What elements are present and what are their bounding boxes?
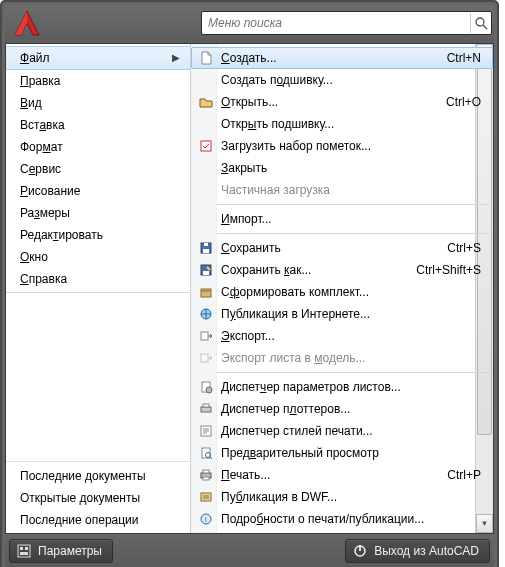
submenu-item-label: Публикация в Интернете...	[221, 307, 487, 321]
menu-item-label: Формат	[20, 139, 63, 155]
menu-item-label: Размеры	[20, 205, 70, 221]
svg-rect-15	[201, 407, 211, 412]
svg-rect-2	[201, 141, 211, 151]
menu-item[interactable]: Вставка	[6, 114, 190, 136]
menu-item[interactable]: Редактировать	[6, 224, 190, 246]
svg-rect-7	[203, 271, 209, 275]
menu-item-label: Рисование	[20, 183, 80, 199]
svg-rect-29	[25, 547, 28, 550]
shortcut-label: Ctrl+N	[447, 51, 481, 65]
submenu-item[interactable]: Открыть подшивку...	[191, 113, 493, 135]
submenu-item[interactable]: Экспорт...	[191, 325, 493, 347]
submenu-item-label: Загрузить набор пометок...	[221, 139, 487, 153]
submenu-item-label: Диспетчер стилей печати...	[221, 424, 487, 438]
package-icon	[197, 284, 215, 300]
markup-icon	[197, 138, 215, 154]
submenu-item-label: Публикация в DWF...	[221, 490, 487, 504]
recent-section-label: Последние операции	[20, 512, 139, 528]
blank-icon	[197, 72, 215, 88]
menu-item-label: Сервис	[20, 161, 61, 177]
page-setup-icon	[197, 379, 215, 395]
menu-item[interactable]: Файл▶	[6, 46, 190, 70]
submenu-item-label: Диспетчер параметров листов...	[221, 380, 487, 394]
menu-item[interactable]: Справка	[6, 268, 190, 290]
menu-item-label: Правка	[20, 73, 61, 89]
svg-text:i: i	[205, 515, 207, 524]
save-icon	[197, 240, 215, 256]
submenu-item-label: Закрыть	[221, 161, 487, 175]
submenu-item[interactable]: Публикация в Интернете...	[191, 303, 493, 325]
submenu-item-label: Частичная загрузка	[221, 183, 487, 197]
menu-item[interactable]: Сервис	[6, 158, 190, 180]
search-box[interactable]	[201, 11, 492, 35]
svg-rect-27	[18, 545, 30, 557]
preview-icon	[197, 445, 215, 461]
recent-section[interactable]: Открытые документы	[6, 487, 190, 509]
submenu-item[interactable]: СохранитьCtrl+S	[191, 237, 493, 259]
menu-item[interactable]: Окно	[6, 246, 190, 268]
menu-item[interactable]: Рисование	[6, 180, 190, 202]
submenu-item[interactable]: iПодробности о печати/публикации...	[191, 508, 493, 530]
submenu-item[interactable]: Сформировать комплект...	[191, 281, 493, 303]
search-icon[interactable]	[470, 13, 491, 33]
menu-item[interactable]: Правка	[6, 70, 190, 92]
exit-button[interactable]: Выход из AutoCAD	[345, 539, 490, 563]
svg-point-14	[206, 387, 212, 393]
blank-icon	[197, 182, 215, 198]
submenu-item-label: Предварительный просмотр	[221, 446, 487, 460]
recent-section[interactable]: Последние документы	[6, 465, 190, 487]
options-button[interactable]: Параметры	[9, 539, 113, 563]
svg-rect-5	[204, 243, 208, 246]
svg-point-0	[476, 18, 484, 26]
shortcut-label: Ctrl+P	[447, 468, 481, 482]
blank-icon	[197, 116, 215, 132]
svg-rect-22	[203, 470, 209, 473]
submenu-item[interactable]: Печать...Ctrl+P	[191, 464, 493, 486]
submenu-item-label: Экспорт...	[221, 329, 487, 343]
svg-line-1	[483, 25, 487, 29]
submenu-item[interactable]: Сохранить как...Ctrl+Shift+S	[191, 259, 493, 281]
options-label: Параметры	[38, 544, 102, 558]
recent-section-label: Последние документы	[20, 468, 146, 484]
menu-item-label: Вид	[20, 95, 42, 111]
export-icon	[197, 328, 215, 344]
menu-item-label: Вставка	[20, 117, 65, 133]
recent-section[interactable]: Последние операции	[6, 509, 190, 531]
blank-icon	[197, 211, 215, 227]
submenu-item[interactable]: Загрузить набор пометок...	[191, 135, 493, 157]
svg-rect-28	[20, 547, 23, 550]
submenu-item[interactable]: Импорт...	[191, 208, 493, 230]
svg-rect-24	[201, 493, 211, 501]
recent-section-label: Открытые документы	[20, 490, 140, 506]
shortcut-label: Ctrl+O	[446, 95, 481, 109]
menu-item[interactable]: Вид	[6, 92, 190, 114]
info-icon: i	[197, 511, 215, 527]
submenu-item[interactable]: Создать подшивку...	[191, 69, 493, 91]
submenu-item: Экспорт листа в модель...	[191, 347, 493, 369]
submenu-item[interactable]: Создать...Ctrl+N	[191, 47, 493, 69]
separator	[217, 233, 489, 234]
submenu-item[interactable]: Предварительный просмотр	[191, 442, 493, 464]
shortcut-label: Ctrl+Shift+S	[416, 263, 481, 277]
submenu-item[interactable]: Диспетчер стилей печати...	[191, 420, 493, 442]
submenu-item-label: Диспетчер плоттеров...	[221, 402, 487, 416]
submenu-item[interactable]: Закрыть	[191, 157, 493, 179]
dwf-icon	[197, 489, 215, 505]
submenu-item[interactable]: Публикация в DWF...	[191, 486, 493, 508]
save-as-icon	[197, 262, 215, 278]
export-sheet-icon	[197, 350, 215, 366]
styles-icon	[197, 423, 215, 439]
print-icon	[197, 467, 215, 483]
submenu-item-label: Экспорт листа в модель...	[221, 351, 487, 365]
menu-item[interactable]: Формат	[6, 136, 190, 158]
separator	[217, 204, 489, 205]
submenu-item[interactable]: Диспетчер плоттеров...	[191, 398, 493, 420]
shortcut-label: Ctrl+S	[447, 241, 481, 255]
web-publish-icon	[197, 306, 215, 322]
submenu-item[interactable]: Диспетчер параметров листов...	[191, 376, 493, 398]
search-input[interactable]	[202, 14, 470, 32]
options-icon	[16, 543, 32, 559]
submenu-item-label: Импорт...	[221, 212, 487, 226]
menu-item[interactable]: Размеры	[6, 202, 190, 224]
submenu-item[interactable]: Открыть...Ctrl+O	[191, 91, 493, 113]
